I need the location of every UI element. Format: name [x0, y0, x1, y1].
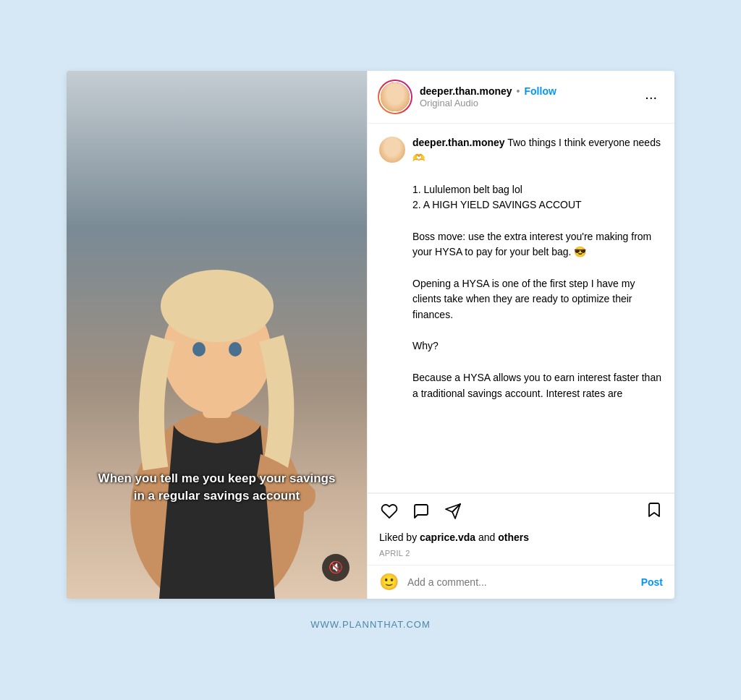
person-image: [101, 179, 333, 599]
likes-prefix: Liked by: [379, 532, 420, 543]
follow-button[interactable]: Follow: [525, 85, 556, 97]
caption-area: deeper.than.money Two things I think eve…: [368, 124, 674, 493]
svg-point-5: [192, 342, 206, 357]
avatar-ring: [378, 80, 412, 114]
post-date: APRIL 2: [368, 547, 674, 565]
like-button[interactable]: [379, 501, 399, 521]
bookmark-button[interactable]: [645, 501, 663, 521]
heart-icon: [381, 503, 398, 520]
caption-body: Two things I think everyone needs 🫶1. Lu…: [412, 137, 661, 399]
post-comment-button[interactable]: Post: [641, 576, 663, 588]
action-left-group: [379, 501, 645, 521]
likes-row: Liked by caprice.vda and others: [368, 529, 674, 547]
actions-row: [368, 493, 674, 529]
svg-point-4: [161, 270, 274, 342]
header-info: deeper.than.money • Follow Original Audi…: [420, 85, 639, 108]
avatar-face: [381, 82, 410, 111]
comment-button[interactable]: [411, 501, 431, 521]
caption-avatar[interactable]: [379, 137, 405, 163]
likes-middle: and: [475, 532, 498, 543]
caption-username[interactable]: deeper.than.money: [412, 137, 505, 148]
dot-separator: •: [517, 85, 520, 97]
header-username[interactable]: deeper.than.money: [420, 85, 512, 97]
video-caption-overlay: When you tell me you keep your savings i…: [97, 470, 337, 505]
share-button[interactable]: [443, 501, 463, 521]
comment-input-row: 🙂 Post: [368, 565, 674, 599]
comment-input[interactable]: [407, 576, 632, 588]
mute-button[interactable]: 🔇: [322, 554, 350, 581]
svg-point-6: [229, 342, 242, 357]
caption-text: deeper.than.money Two things I think eve…: [412, 135, 663, 402]
header-avatar[interactable]: [379, 81, 411, 113]
bookmark-icon: [645, 501, 663, 518]
comment-icon: [412, 503, 430, 520]
avatar-container: [379, 81, 411, 113]
mute-icon: 🔇: [329, 560, 343, 574]
likes-others[interactable]: others: [498, 532, 529, 543]
caption-content: deeper.than.money Two things I think eve…: [379, 135, 663, 402]
media-panel: When you tell me you keep your savings i…: [67, 71, 367, 599]
content-panel: deeper.than.money • Follow Original Audi…: [367, 71, 674, 599]
post-header: deeper.than.money • Follow Original Audi…: [368, 71, 674, 124]
footer-url: WWW.PLANNTHAT.COM: [310, 619, 431, 630]
likes-user1[interactable]: caprice.vda: [420, 532, 475, 543]
more-options-button[interactable]: ···: [639, 87, 663, 107]
username-row: deeper.than.money • Follow: [420, 85, 639, 97]
emoji-button[interactable]: 🙂: [379, 573, 399, 592]
instagram-post: When you tell me you keep your savings i…: [67, 71, 674, 599]
audio-label: Original Audio: [420, 98, 639, 108]
send-icon: [444, 503, 462, 520]
